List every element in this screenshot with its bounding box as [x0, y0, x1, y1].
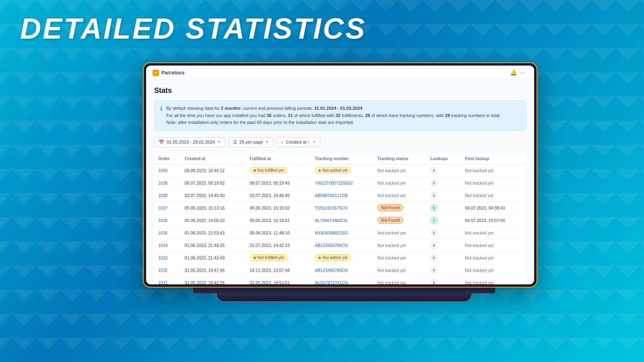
table-header: Order Created at Fulfilled at Tracking n… [154, 153, 526, 165]
cell-lookups: 3 [426, 214, 461, 226]
more-options-icon[interactable]: ··· [520, 69, 528, 76]
cell-lookups: 5 [426, 202, 461, 214]
col-created-at: Created at [181, 153, 246, 165]
per-page-button[interactable]: ☰ 25 per page ▼ [229, 137, 274, 147]
order-link[interactable]: 1037 [158, 206, 167, 210]
date-range-button[interactable]: 📅 01.05.2023 - 29.02.2024 ▼ [154, 137, 225, 147]
cell-order: 1035 [154, 226, 181, 239]
bell-icon[interactable]: 🔔 [510, 69, 517, 76]
cell-first-lookup: Not tracked yet [461, 239, 526, 251]
order-link[interactable]: 1035 [158, 230, 167, 235]
first-lookup-text: Not tracked yet [465, 230, 493, 235]
first-lookup-text: Not tracked yet [465, 280, 493, 284]
cell-lookups: 0 [426, 177, 461, 189]
cell-lookups: 0 [426, 226, 461, 239]
status-text: Not tracked yet [377, 243, 406, 248]
lookup-count: 5 [430, 204, 438, 212]
cell-fulfilled-at: 18.11.2023, 13:07:48 [246, 264, 311, 276]
lookup-count: 0 [430, 254, 438, 261]
cell-tracking-status: Not Found [373, 214, 426, 226]
col-fulfilled-at: Fulfilled at [246, 153, 311, 165]
status-text: Not tracked yet [377, 193, 406, 198]
order-link[interactable]: 1039 [158, 181, 167, 185]
laptop-screen: P Parcelous 🔔 ··· Stats ℹ By default sho… [146, 66, 534, 284]
cell-tracking-status: Not tracked yet [373, 251, 426, 264]
order-link[interactable]: 1033 [158, 255, 167, 260]
laptop-stand-base [216, 293, 473, 302]
cell-first-lookup: Not tracked yet [461, 264, 526, 276]
tracking-number-link[interactable]: TS912413575CN [315, 206, 347, 210]
logo-icon: P [153, 70, 159, 76]
cell-tracking-number: AB099765111GB [311, 189, 373, 202]
not-found-badge: Not Found [377, 204, 403, 211]
not-added-badge: Not added yet [315, 254, 351, 261]
first-lookup-text: Not tracked yet [465, 168, 493, 173]
cell-order: 1034 [154, 239, 181, 251]
table-row: 103605.06.2023, 14:06:1005.06.2023, 15:1… [154, 214, 526, 226]
col-tracking-number: Tracking number [311, 153, 373, 165]
order-link[interactable]: 1031 [158, 280, 167, 284]
cell-first-lookup: Not tracked yet [461, 177, 526, 189]
cell-first-lookup: 04.07.2023, 15:07:04 [461, 214, 526, 226]
sort-icon: ↕ [281, 140, 283, 144]
app-logo: P Parcelous [153, 70, 184, 76]
cell-tracking-number: YW22T00072256S2 [311, 177, 373, 189]
first-lookup-text: 06.07.2023, 04:38:43 [465, 206, 505, 210]
cell-created-at: 01.06.2023, 21:42:49 [181, 251, 246, 264]
calendar-icon: 📅 [159, 140, 164, 145]
cell-fulfilled-at: Not fulfilled yet [246, 164, 311, 177]
cell-lookups: 0 [426, 251, 461, 264]
tracking-number-link[interactable]: AB123456789CN [315, 268, 348, 273]
cell-created-at: 03.07.2023, 14:45:50 [181, 189, 246, 202]
tracking-number-link[interactable]: AU267672741CN [315, 280, 348, 284]
status-text: Not tracked yet [377, 268, 406, 273]
laptop-frame: P Parcelous 🔔 ··· Stats ℹ By default sho… [143, 62, 537, 288]
lookup-count: 3 [430, 217, 438, 224]
first-lookup-text: Not tracked yet [465, 181, 493, 185]
table-row: 103301.06.2023, 21:42:49Not fulfilled ye… [154, 251, 526, 264]
status-text: Not tracked yet [377, 168, 406, 173]
cell-tracking-number: Not added yet [311, 251, 373, 264]
tracking-number-link[interactable]: NX828388922SG [315, 230, 348, 235]
col-tracking-status: Tracking status [373, 153, 426, 165]
chevron-down-icon: ▼ [217, 140, 221, 144]
cell-tracking-status: Not tracked yet [373, 164, 426, 177]
first-lookup-text: Not tracked yet [465, 255, 493, 260]
table-body: 104009.08.2023, 10:46:12Not fulfilled ye… [154, 164, 526, 284]
lookup-count: 0 [430, 192, 438, 199]
tracking-number-link[interactable]: AB099765111GB [315, 193, 348, 198]
chevron-down-icon-2: ▼ [266, 140, 269, 144]
cell-tracking-number: AL736673460CN [311, 214, 373, 226]
not-added-badge: Not added yet [315, 167, 351, 174]
stats-heading: Stats [154, 86, 526, 95]
lookup-count: 0 [430, 267, 438, 274]
order-link[interactable]: 1032 [158, 268, 167, 273]
cell-created-at: 31.05.2023, 19:42:25 [181, 276, 246, 284]
table-row: 104009.08.2023, 10:46:12Not fulfilled ye… [154, 164, 526, 177]
cell-fulfilled-at: 03.07.2023, 14:46:45 [246, 189, 311, 202]
cell-created-at: 01.06.2023, 21:53:43 [181, 226, 246, 239]
tracking-number-link[interactable]: AL736673460CN [315, 218, 347, 223]
cell-tracking-number: AB123456789CN [311, 239, 373, 251]
cell-tracking-status: Not tracked yet [373, 226, 426, 239]
sort-button[interactable]: ↕ Created at ↑ ▼ [277, 137, 320, 147]
app-header: P Parcelous 🔔 ··· [146, 66, 534, 80]
page-title: DETAILED STATISTICS [20, 12, 366, 45]
col-order: Order [154, 153, 181, 165]
app-name-label: Parcelous [161, 70, 184, 76]
order-link[interactable]: 1034 [158, 243, 167, 248]
order-link[interactable]: 1038 [158, 193, 167, 198]
chevron-down-icon-3: ▼ [312, 140, 316, 144]
status-text: Not tracked yet [377, 255, 406, 260]
tracking-number-link[interactable]: AB123456789CN [315, 243, 348, 248]
cell-created-at: 06.07.2023, 05:19:02 [181, 177, 246, 189]
cell-tracking-status: Not tracked yet [373, 239, 426, 251]
info-text: By default showing data for 2 months: cu… [166, 105, 501, 126]
order-link[interactable]: 1040 [158, 168, 167, 173]
stats-table: Order Created at Fulfilled at Tracking n… [154, 153, 526, 284]
cell-tracking-status: Not tracked yet [373, 276, 426, 284]
order-link[interactable]: 1036 [158, 218, 167, 223]
tracking-number-link[interactable]: YW22T00072256S2 [315, 181, 353, 185]
per-page-label: 25 per page [239, 140, 263, 144]
cell-tracking-number: TS912413575CN [311, 202, 373, 214]
